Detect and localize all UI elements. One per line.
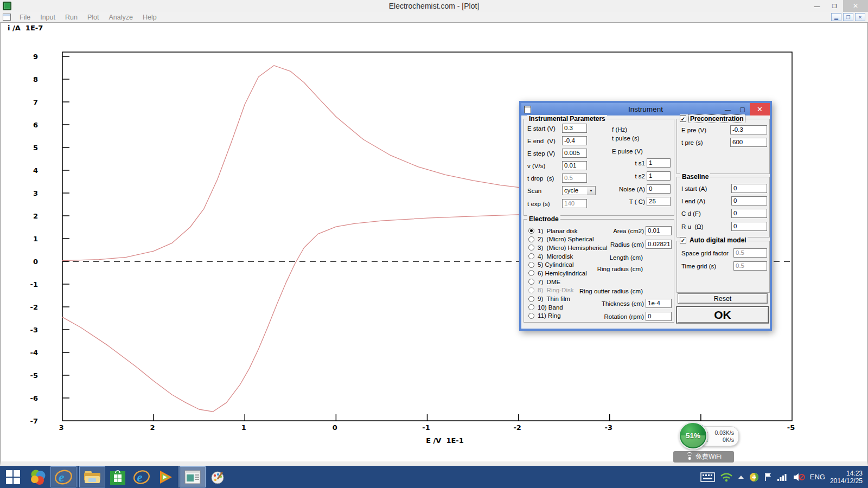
action-center-flag-icon[interactable] bbox=[764, 472, 773, 481]
upload-speed-row: ↑0.03K/s bbox=[706, 429, 738, 436]
menu-help[interactable]: Help bbox=[138, 14, 162, 21]
menu-plot[interactable]: Plot bbox=[82, 14, 104, 21]
svg-text:-1: -1 bbox=[30, 280, 38, 288]
t-pre-input[interactable]: 600 bbox=[730, 138, 767, 147]
taskbar-electrochemist-window[interactable] bbox=[180, 466, 206, 487]
taskbar-potplayer-icon[interactable] bbox=[154, 466, 177, 488]
memory-percent: 51% bbox=[686, 432, 700, 440]
mdi-close-icon[interactable]: ✕ bbox=[855, 13, 865, 21]
free-wifi-badge[interactable]: 免费WiFi bbox=[673, 451, 734, 463]
menu-analyze[interactable]: Analyze bbox=[104, 14, 137, 21]
checkbox-checked-icon[interactable]: ✓ bbox=[680, 115, 686, 122]
rotation-input[interactable]: 0 bbox=[646, 312, 672, 321]
taskbar-360-safe-icon[interactable] bbox=[26, 466, 50, 488]
space-grid-label: Space grid factor bbox=[681, 250, 733, 256]
radius-input[interactable]: 0.02821 bbox=[646, 240, 672, 249]
taskbar-clock[interactable]: 14:23 2014/12/25 bbox=[830, 470, 863, 485]
upload-speed: 0.03K/s bbox=[710, 429, 738, 436]
radio-icon[interactable] bbox=[528, 296, 534, 302]
t-s2-input[interactable]: 1 bbox=[647, 171, 671, 181]
group-instrumental-parameters: Instrumental Parameters E start (V)0.3 E… bbox=[524, 119, 674, 216]
scan-rate-input[interactable]: 0.01 bbox=[562, 161, 587, 170]
radio-icon[interactable] bbox=[528, 304, 534, 310]
dialog-page-icon bbox=[524, 106, 531, 113]
touch-keyboard-icon[interactable] bbox=[700, 472, 715, 482]
mdi-minimize-icon[interactable]: ▂ bbox=[831, 13, 841, 21]
taskbar-separator bbox=[178, 466, 178, 487]
network-signal-icon[interactable] bbox=[777, 473, 788, 481]
memory-ball-widget[interactable]: 51% bbox=[679, 422, 707, 450]
t-exp-label: t exp (s) bbox=[527, 201, 562, 207]
ru-input[interactable]: 0 bbox=[731, 222, 767, 231]
dialog-titlebar[interactable]: Instrument — ▢ ✕ bbox=[521, 103, 770, 115]
dialog-maximize-icon[interactable]: ▢ bbox=[735, 106, 750, 113]
reset-button[interactable]: Reset bbox=[678, 293, 768, 304]
area-input[interactable]: 0.01 bbox=[646, 226, 672, 235]
show-hidden-icons-chevron[interactable] bbox=[738, 475, 744, 479]
ok-button[interactable]: OK bbox=[676, 306, 769, 323]
y-axis-label: i /A 1E-7 bbox=[8, 24, 43, 32]
taskbar-file-explorer[interactable] bbox=[79, 466, 105, 487]
i-end-input[interactable]: 0 bbox=[731, 196, 767, 206]
checkbox-checked-icon[interactable]: ✓ bbox=[680, 237, 686, 243]
radio-icon[interactable] bbox=[528, 313, 534, 319]
dialog-close-icon[interactable]: ✕ bbox=[750, 103, 770, 115]
t-s2-label: t s2 bbox=[612, 173, 645, 179]
radio-icon[interactable] bbox=[528, 245, 534, 251]
group-legend: Electrode bbox=[527, 215, 560, 223]
menu-file[interactable]: File bbox=[15, 14, 35, 21]
wifi-icon bbox=[686, 454, 693, 460]
svg-text:7: 7 bbox=[33, 98, 38, 106]
radio-icon[interactable] bbox=[528, 279, 534, 285]
window-restore-icon[interactable]: ❐ bbox=[826, 0, 843, 12]
chevron-down-icon[interactable]: ▼ bbox=[587, 186, 596, 195]
temperature-input[interactable]: 25 bbox=[647, 197, 671, 206]
taskbar-windows-store-icon[interactable] bbox=[106, 466, 130, 488]
download-speed-row: ↓0K/s bbox=[706, 436, 738, 444]
f-hz-label: f (Hz) bbox=[612, 126, 627, 133]
radio-icon[interactable] bbox=[528, 228, 534, 234]
t-s1-input[interactable]: 1 bbox=[647, 158, 671, 168]
cd-input[interactable]: 0 bbox=[731, 209, 767, 218]
menu-input[interactable]: Input bbox=[35, 14, 60, 21]
start-button[interactable] bbox=[0, 466, 26, 488]
svg-text:6: 6 bbox=[33, 121, 38, 129]
window-close-icon[interactable]: ✕ bbox=[843, 0, 868, 12]
radio-icon[interactable] bbox=[528, 253, 534, 259]
scan-mode-select[interactable]: cycle▼ bbox=[562, 186, 596, 195]
clock-time: 14:23 bbox=[830, 470, 863, 477]
taskbar-ie-desktop-icon[interactable]: e bbox=[130, 466, 154, 488]
taskbar-ie-pinned[interactable]: e bbox=[50, 466, 76, 487]
e-step-label: E step (V) bbox=[527, 150, 562, 157]
menu-run[interactable]: Run bbox=[60, 14, 82, 21]
time-grid-input[interactable]: 0.5 bbox=[733, 261, 767, 271]
e-pre-label: E pre (V) bbox=[681, 127, 730, 133]
volume-muted-icon[interactable] bbox=[793, 472, 805, 482]
scan-mode-label: Scan bbox=[527, 188, 562, 194]
space-grid-input[interactable]: 0.5 bbox=[733, 248, 767, 258]
e-pre-input[interactable]: -0.3 bbox=[730, 125, 767, 134]
radio-icon[interactable] bbox=[528, 236, 534, 242]
t-drop-input[interactable]: 0.5 bbox=[562, 174, 587, 183]
window-minimize-icon[interactable]: — bbox=[808, 0, 826, 12]
noise-input[interactable]: 0 bbox=[647, 184, 671, 194]
taskbar-paint-palette-icon[interactable] bbox=[206, 466, 230, 488]
wifi-tray-icon[interactable] bbox=[720, 472, 733, 482]
e-start-label: E start (V) bbox=[527, 125, 562, 132]
antivirus-ball-icon[interactable] bbox=[749, 472, 759, 482]
mdi-restore-icon[interactable]: ❐ bbox=[843, 13, 853, 21]
radio-icon[interactable] bbox=[528, 270, 534, 276]
thickness-input[interactable]: 1e-4 bbox=[646, 299, 672, 308]
e-end-input[interactable]: -0.4 bbox=[562, 136, 587, 145]
e-step-input[interactable]: 0.005 bbox=[562, 149, 587, 158]
e-start-input[interactable]: 0.3 bbox=[562, 124, 587, 133]
electrode-option-dme[interactable]: 7) DME bbox=[528, 278, 607, 285]
svg-text:0: 0 bbox=[333, 423, 337, 432]
t-exp-input[interactable]: 140 bbox=[562, 199, 587, 208]
i-start-input[interactable]: 0 bbox=[731, 184, 767, 193]
language-indicator[interactable]: ENG bbox=[810, 473, 825, 481]
svg-text:-4: -4 bbox=[30, 349, 38, 357]
dialog-minimize-icon[interactable]: — bbox=[720, 106, 735, 113]
radio-icon[interactable] bbox=[528, 262, 534, 268]
mdi-child-icon[interactable] bbox=[3, 14, 11, 21]
